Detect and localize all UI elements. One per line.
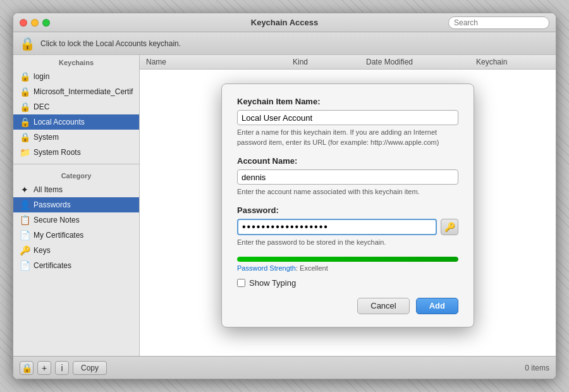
col-keychain: Keychain [476, 58, 549, 66]
maximize-button[interactable] [42, 19, 50, 27]
sidebar-item-login[interactable]: 🔒 login [13, 69, 139, 84]
password-row: 🔑 [237, 219, 458, 235]
password-input[interactable] [237, 219, 437, 235]
sidebar-item-passwords[interactable]: 👤 Passwords [13, 197, 139, 212]
account-name-hint: Enter the account name associated with t… [237, 187, 458, 197]
main-content: Keychains 🔒 login 🔒 Microsoft_Intermedia… [13, 55, 556, 356]
strength-label: Password Strength: Excellent [237, 264, 458, 272]
sidebar-item-system[interactable]: 🔒 System [13, 130, 139, 145]
main-window: Keychain Access 🔒 Click to lock the Loca… [13, 13, 556, 379]
window-title: Keychain Access [251, 18, 318, 27]
lock-text: Click to lock the Local Accounts keychai… [40, 39, 181, 48]
lock-icon: 🔒 [20, 102, 30, 112]
cert-icon: 📄 [20, 260, 30, 271]
sidebar-item-label: All Items [34, 185, 63, 194]
col-name: Name [146, 58, 293, 66]
passwords-icon: 👤 [20, 200, 30, 210]
lock-icon: 🔒 [20, 87, 30, 97]
folder-icon: 📁 [20, 147, 30, 157]
account-name-input[interactable] [237, 169, 458, 185]
lock-bar[interactable]: 🔒 Click to lock the Local Accounts keych… [13, 32, 556, 55]
sidebar-item-label: System Roots [34, 148, 81, 157]
show-typing-row: Show Typing [237, 278, 458, 288]
right-panel: Name Kind Date Modified Keychain Keychai… [140, 55, 556, 356]
copy-button[interactable]: Copy [73, 361, 107, 375]
secure-notes-icon: 📋 [20, 215, 30, 225]
sidebar-item-my-certificates[interactable]: 📄 My Certificates [13, 228, 139, 243]
password-input-wrap [237, 219, 437, 235]
sidebar-item-label: Certificates [34, 261, 71, 270]
show-typing-checkbox[interactable] [237, 279, 245, 287]
keys-icon: 🔑 [20, 245, 30, 255]
lock-toggle-button[interactable]: 🔒 [20, 361, 34, 375]
add-button[interactable]: Add [416, 298, 458, 314]
cancel-button[interactable]: Cancel [357, 298, 409, 314]
sidebar-item-label: System [34, 133, 59, 142]
sidebar-item-secure-notes[interactable]: 📋 Secure Notes [13, 212, 139, 228]
item-name-hint: Enter a name for this keychain item. If … [237, 128, 458, 147]
strength-value: Excellent [300, 264, 328, 272]
password-hint: Enter the password to be stored in the k… [237, 238, 458, 247]
search-bar [448, 16, 549, 29]
strength-link[interactable]: Password Strength [237, 264, 296, 272]
all-items-icon: ✦ [20, 185, 30, 195]
item-name-input[interactable] [237, 110, 458, 125]
sidebar-item-label: Passwords [34, 200, 71, 209]
category-label: Category [13, 168, 139, 182]
info-button[interactable]: i [55, 361, 69, 375]
item-name-label: Keychain Item Name: [237, 97, 458, 106]
sidebar-item-certificates[interactable]: 📄 Certificates [13, 258, 139, 273]
title-bar: Keychain Access [13, 13, 556, 32]
col-modified: Date Modified [366, 58, 476, 66]
close-button[interactable] [20, 19, 27, 27]
sidebar-spacer [13, 273, 139, 356]
status-text: 0 items [525, 364, 549, 372]
sidebar-item-label: login [34, 72, 49, 81]
account-name-label: Account Name: [237, 156, 458, 166]
sidebar-item-label: My Certificates [34, 231, 83, 240]
dialog-buttons: Cancel Add [237, 298, 458, 314]
sidebar-item-local-accounts[interactable]: 🔒 Local Accounts [13, 114, 139, 130]
add-password-dialog: Keychain Item Name: Enter a name for thi… [221, 83, 474, 328]
sidebar-item-dec[interactable]: 🔒 DEC [13, 99, 139, 114]
keychains-label: Keychains [13, 55, 139, 69]
lock-icon: 🔒 [20, 132, 30, 142]
minimize-button[interactable] [31, 19, 39, 27]
lock-icon: 🔒 [20, 36, 35, 51]
search-input[interactable] [448, 16, 549, 29]
sidebar-item-microsoft[interactable]: 🔒 Microsoft_Intermediate_Certif [13, 84, 139, 99]
sidebar-item-label: Secure Notes [34, 216, 80, 224]
traffic-lights [20, 19, 50, 27]
lock-icon: 🔒 [20, 71, 30, 82]
sidebar-item-all-items[interactable]: ✦ All Items [13, 182, 139, 197]
sidebar-item-label: DEC [34, 102, 49, 111]
sidebar: Keychains 🔒 login 🔒 Microsoft_Intermedia… [13, 55, 140, 356]
strength-bar-fill [237, 257, 458, 262]
sidebar-item-keys[interactable]: 🔑 Keys [13, 243, 139, 258]
show-typing-label: Show Typing [249, 278, 296, 288]
sidebar-item-label: Local Accounts [34, 118, 85, 126]
password-label: Password: [237, 205, 458, 215]
table-header: Name Kind Date Modified Keychain [140, 55, 556, 70]
sidebar-item-system-roots[interactable]: 📁 System Roots [13, 145, 139, 160]
bottom-bar: 🔒 + i Copy 0 items [13, 356, 556, 379]
lock-icon: 🔒 [20, 117, 30, 127]
sidebar-item-label: Microsoft_Intermediate_Certif [34, 87, 133, 96]
sidebar-divider [13, 164, 139, 164]
strength-bar-container [237, 257, 458, 262]
col-kind: Kind [293, 58, 366, 66]
add-item-button[interactable]: + [37, 361, 51, 375]
certificates-icon: 📄 [20, 230, 30, 240]
sidebar-item-label: Keys [34, 246, 51, 255]
key-button[interactable]: 🔑 [441, 219, 458, 235]
